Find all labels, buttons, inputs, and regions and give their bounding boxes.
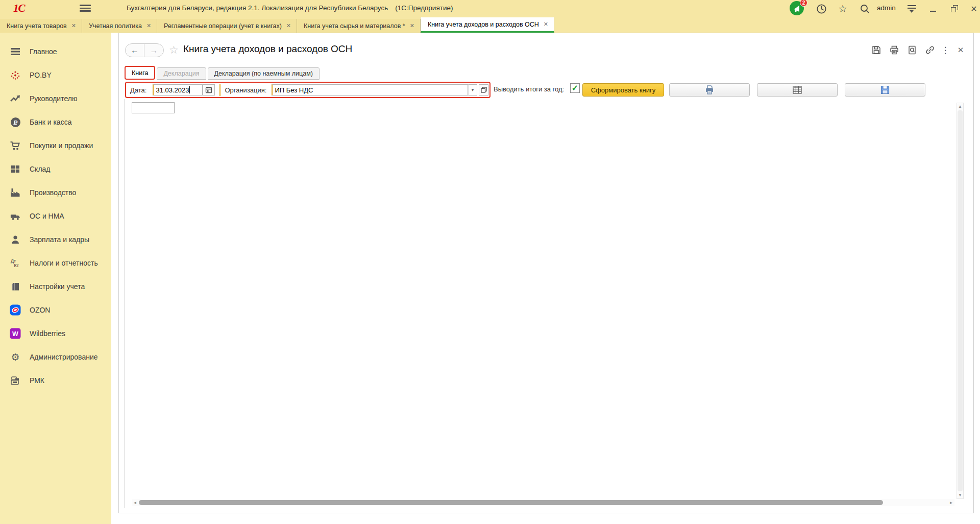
close-tab-icon[interactable]: ✕ [544, 21, 548, 28]
organization-dropdown-icon[interactable]: ▾ [468, 84, 477, 96]
close-tab-icon[interactable]: ✕ [410, 22, 414, 29]
cart-icon [10, 140, 21, 151]
table-settings-button[interactable] [757, 83, 838, 97]
window-titlebar: 1С Бухгалтерия для Беларуси, редакция 2.… [0, 0, 980, 16]
sidebar-item-pokupki-i-prodazhi[interactable]: Покупки и продажи [0, 134, 111, 157]
main-menu-icon[interactable] [80, 5, 91, 12]
factory-icon [10, 187, 21, 198]
subtab-deklaraciya-po-naemnym-licam[interactable]: Декларация (по наемным лицам) [208, 67, 320, 80]
gear-icon: ⚙ [10, 351, 21, 363]
sidebar-item-rmk[interactable]: РМК [0, 369, 111, 392]
1c-logo-icon: 1С [13, 2, 25, 15]
truck-icon [10, 210, 21, 222]
warehouse-icon [10, 163, 21, 175]
table-icon [792, 84, 803, 96]
more-actions-icon[interactable]: ⋮ [942, 44, 948, 56]
close-window-icon[interactable]: ✕ [968, 3, 980, 15]
open-forms-tabbar: Книга учета товаров ✕ Учетная политика ✕… [0, 16, 980, 33]
tab-kniga-dohodov-rashodov-osn[interactable]: Книга учета доходов и расходов ОСН ✕ [421, 17, 554, 33]
calendar-icon [205, 86, 212, 93]
sidebar-item-glavnoe[interactable]: Главное [0, 40, 111, 63]
svg-text:Дт: Дт [11, 258, 16, 264]
floppy-icon [879, 84, 891, 96]
bank-icon: Р [10, 116, 21, 128]
minimize-icon[interactable] [927, 3, 939, 15]
close-tab-icon[interactable]: ✕ [146, 22, 151, 29]
back-button[interactable]: ← [126, 44, 144, 57]
person-icon [10, 234, 21, 245]
favorite-star-icon[interactable]: ☆ [169, 44, 179, 56]
spreadsheet-area[interactable]: ▲ ▼ ◄ ► [124, 99, 965, 508]
ozon-icon [10, 304, 21, 316]
organization-input[interactable]: ИП Без НДС [272, 84, 468, 96]
tab-uchetnaya-politika[interactable]: Учетная политика ✕ [82, 19, 157, 33]
sidebar-item-nalogi-i-otchetnost[interactable]: Дт Кт Налоги и отчетность [0, 251, 111, 275]
dtkt-icon: Дт Кт [10, 257, 21, 269]
subtab-kniga[interactable]: Книга [125, 66, 155, 80]
book-icon [10, 281, 21, 292]
tab-kniga-syrya-materialov[interactable]: Книга учета сырья и материалов * ✕ [297, 19, 421, 33]
notification-badge: 2 [800, 0, 807, 7]
preview-icon[interactable] [906, 44, 918, 56]
form-kniga-dohodov-rashodov: ← → ☆ Книга учета доходов и расходов ОСН [118, 33, 974, 513]
scroll-up-icon[interactable]: ▲ [958, 103, 962, 110]
text-cursor [189, 86, 190, 93]
sidebar-item-wildberries[interactable]: W Wildberries [0, 322, 111, 345]
sidebar-item-sklad[interactable]: Склад [0, 157, 111, 181]
sidebar-item-nastroyki-ucheta[interactable]: Настройки учета [0, 275, 111, 298]
search-icon[interactable] [859, 3, 871, 15]
tab-kniga-ucheta-tovarov[interactable]: Книга учета товаров ✕ [0, 19, 82, 33]
totals-per-year-label: Выводить итоги за год: [494, 85, 564, 93]
sidebar-item-zarplata-i-kadry[interactable]: Зарплата и кадры [0, 228, 111, 251]
date-input[interactable]: 31.03.2023 [153, 84, 203, 96]
sidebar-item-proizvodstvo[interactable]: Производство [0, 181, 111, 204]
restore-icon[interactable] [948, 3, 961, 15]
vertical-scrollbar[interactable]: ▲ ▼ [957, 103, 964, 499]
vertical-scroll-thumb[interactable] [958, 110, 963, 491]
wildberries-icon: W [10, 328, 21, 339]
sidebar-item-administrirovanie[interactable]: ⚙ Администрирование [0, 345, 111, 369]
forward-button[interactable]: → [144, 44, 163, 57]
horizontal-scrollbar[interactable]: ◄ ► [132, 499, 954, 506]
history-icon[interactable] [815, 3, 827, 15]
close-tab-icon[interactable]: ✕ [71, 22, 76, 29]
organization-choose-button[interactable] [479, 84, 488, 96]
close-form-icon[interactable]: ✕ [955, 44, 966, 56]
printer-icon [704, 84, 715, 96]
sidebar-item-poby[interactable]: PO.BY [0, 63, 111, 87]
generate-book-button[interactable]: Сформировать книгу [582, 83, 664, 97]
print-button[interactable] [669, 83, 750, 97]
filter-group: Дата: 31.03.2023 Организация: ИП Без НДС… [125, 82, 491, 98]
required-divider [219, 84, 220, 96]
save-file-button[interactable] [845, 83, 925, 97]
totals-per-year-checkbox[interactable]: ✓ [570, 83, 580, 93]
save-icon[interactable] [871, 44, 882, 56]
link-icon[interactable] [924, 44, 936, 56]
spreadsheet-corner-cell[interactable] [132, 102, 175, 113]
scroll-right-icon[interactable]: ► [948, 499, 954, 506]
page-subtabs: Книга Декларация Декларация (по наемным … [125, 65, 320, 80]
register-icon [10, 375, 21, 386]
scroll-down-icon[interactable]: ▼ [958, 492, 962, 498]
user-name[interactable]: admin [877, 4, 896, 12]
sidebar-item-bank-i-kassa[interactable]: Р Банк и касса [0, 110, 111, 134]
form-toolbar: ⋮ ✕ [871, 44, 966, 56]
notifications-icon[interactable]: 2 [789, 1, 804, 16]
subtab-deklaraciya: Декларация [157, 67, 206, 80]
trend-icon [10, 93, 21, 104]
user-menu-icon[interactable] [905, 3, 918, 15]
print-icon[interactable] [889, 44, 900, 56]
svg-text:W: W [12, 330, 18, 338]
history-nav-buttons: ← → [125, 43, 164, 57]
close-tab-icon[interactable]: ✕ [286, 22, 291, 29]
sidebar-item-ozon[interactable]: OZON [0, 298, 111, 322]
poby-icon [10, 69, 21, 81]
tab-reglamentnye-operacii[interactable]: Регламентные операции (учет в книгах) ✕ [157, 19, 297, 33]
calendar-button[interactable] [203, 84, 215, 96]
sidebar-item-rukovoditelyu[interactable]: Руководителю [0, 87, 111, 110]
scroll-left-icon[interactable]: ◄ [132, 499, 138, 506]
sections-sidebar: Главное PO.BY Руководителю Р Банк и касс… [0, 33, 111, 524]
favorites-star-icon[interactable]: ☆ [837, 3, 849, 15]
sidebar-item-os-i-nma[interactable]: ОС и НМА [0, 204, 111, 228]
horizontal-scroll-thumb[interactable] [139, 500, 883, 505]
